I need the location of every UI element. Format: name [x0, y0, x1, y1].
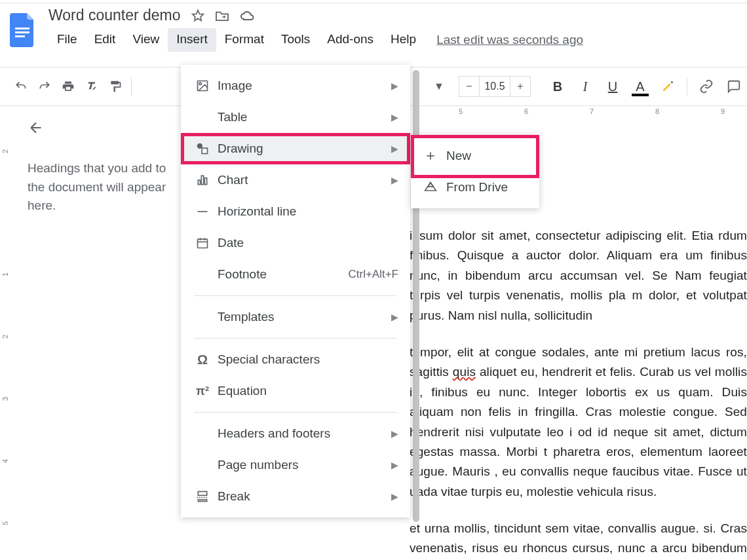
bold-button[interactable]: B	[545, 75, 570, 98]
submenu-item-new[interactable]: New	[411, 140, 539, 172]
svg-marker-3	[192, 10, 203, 20]
menu-edit[interactable]: Edit	[86, 28, 125, 52]
font-size-increase[interactable]: +	[510, 77, 530, 96]
omega-icon: Ω	[193, 352, 212, 367]
menu-item-image[interactable]: Image ▶	[181, 70, 410, 102]
text-color-button[interactable]: A	[628, 75, 653, 98]
spell-error[interactable]: quis	[453, 365, 476, 379]
submenu-arrow-icon: ▶	[391, 175, 398, 185]
outline-hint: Headings that you add to the document wi…	[28, 159, 182, 215]
date-icon	[193, 236, 212, 250]
menu-view[interactable]: View	[124, 28, 168, 52]
menu-label: Footnote	[218, 267, 267, 282]
menu-insert[interactable]: Insert	[168, 28, 216, 52]
paragraph[interactable]: ipsum dolor sit amet, consectetur adipis…	[410, 226, 747, 326]
menu-label: Drawing	[218, 141, 263, 156]
paragraph[interactable]: tempor, elit at congue sodales, ante mi …	[410, 343, 747, 502]
menu-label: Page numbers	[218, 458, 299, 472]
font-dropdown-caret[interactable]: ▼	[432, 81, 446, 92]
redo-button[interactable]	[33, 75, 56, 98]
cloud-icon[interactable]	[240, 10, 256, 22]
menu-item-page-numbers[interactable]: Page numbers ▶	[181, 449, 410, 481]
submenu-arrow-icon: ▶	[391, 81, 398, 91]
svg-rect-0	[15, 28, 29, 29]
break-icon	[193, 490, 212, 503]
menu-item-hr[interactable]: Horizontal line	[181, 196, 410, 227]
menu-addons[interactable]: Add-ons	[318, 28, 382, 52]
last-edit-link[interactable]: Last edit was seconds ago	[436, 33, 583, 47]
svg-rect-2	[15, 35, 25, 37]
menu-label: Templates	[218, 310, 275, 324]
menu-item-templates[interactable]: Templates ▶	[181, 301, 410, 333]
menu-item-headers-footers[interactable]: Headers and footers ▶	[181, 418, 410, 449]
italic-button[interactable]: I	[573, 75, 598, 98]
menu-item-footnote[interactable]: Footnote Ctrl+Alt+F	[181, 259, 410, 290]
submenu-arrow-icon: ▶	[391, 491, 398, 502]
chart-icon	[193, 174, 212, 187]
insert-dropdown: Image ▶ Table ▶ Drawing ▶ Chart ▶ Horizo…	[181, 65, 410, 517]
submenu-label: New	[446, 149, 471, 163]
svg-rect-10	[204, 178, 206, 185]
drawing-submenu: New From Drive	[411, 135, 539, 208]
svg-rect-16	[198, 492, 206, 496]
toolbar-separator	[131, 77, 132, 96]
svg-rect-7	[202, 148, 207, 153]
menu-divider	[194, 295, 397, 296]
print-button[interactable]	[56, 75, 80, 98]
move-icon[interactable]	[215, 10, 229, 22]
menu-label: Date	[218, 236, 244, 250]
menu-label: Horizontal line	[218, 204, 296, 219]
submenu-arrow-icon: ▶	[391, 143, 398, 154]
paragraph[interactable]: et urna mollis, tincidunt sem vitae, con…	[410, 519, 747, 560]
title-row: Word counter demo	[48, 7, 583, 24]
submenu-arrow-icon: ▶	[391, 460, 398, 470]
submenu-arrow-icon: ▶	[391, 112, 398, 122]
top-border	[0, 3, 747, 3]
menu-label: Chart	[218, 173, 248, 187]
doc-title[interactable]: Word counter demo	[48, 7, 181, 24]
svg-rect-9	[201, 176, 203, 184]
menu-item-special-chars[interactable]: Ω Special characters	[181, 344, 410, 375]
menu-item-table[interactable]: Table ▶	[181, 102, 410, 133]
header: Word counter demo File Edit View Insert …	[0, 0, 747, 52]
underline-button[interactable]: U	[600, 75, 625, 98]
submenu-item-from-drive[interactable]: From Drive	[411, 172, 539, 203]
font-size-decrease[interactable]: −	[459, 77, 479, 96]
menu-file[interactable]: File	[48, 28, 86, 52]
menu-label: Table	[218, 110, 247, 124]
menu-label: Break	[218, 489, 250, 504]
paint-format-button[interactable]	[104, 75, 127, 98]
menu-divider	[194, 338, 397, 339]
menu-divider	[194, 412, 397, 413]
menu-item-drawing[interactable]: Drawing ▶	[181, 133, 410, 164]
svg-rect-18	[198, 500, 206, 502]
vertical-ruler: 2 1 2 3 4 5 6	[0, 106, 12, 560]
link-button[interactable]	[694, 75, 719, 98]
menu-format[interactable]: Format	[216, 28, 273, 52]
menu-item-chart[interactable]: Chart ▶	[181, 164, 410, 196]
menu-item-equation[interactable]: π² Equation	[181, 375, 410, 407]
submenu-arrow-icon: ▶	[391, 312, 398, 322]
star-icon[interactable]	[191, 9, 204, 22]
docs-logo[interactable]	[7, 10, 39, 50]
submenu-label: From Drive	[446, 180, 508, 195]
outline-collapse-button[interactable]	[28, 119, 182, 140]
pi-icon: π²	[193, 384, 212, 398]
comment-button[interactable]	[721, 75, 746, 98]
menubar: File Edit View Insert Format Tools Add-o…	[48, 28, 583, 52]
svg-rect-8	[198, 180, 200, 185]
menu-item-date[interactable]: Date	[181, 227, 410, 259]
menu-label: Headers and footers	[218, 426, 330, 441]
menu-help[interactable]: Help	[382, 28, 425, 52]
menu-item-break[interactable]: Break ▶	[181, 481, 410, 512]
document-body[interactable]: ipsum dolor sit amet, consectetur adipis…	[410, 226, 747, 560]
title-area: Word counter demo File Edit View Insert …	[48, 7, 583, 52]
menu-label: Equation	[218, 384, 267, 398]
clear-format-button[interactable]	[80, 75, 104, 98]
highlight-button[interactable]	[655, 75, 680, 98]
outline-panel: Headings that you add to the document wi…	[12, 106, 182, 560]
menu-tools[interactable]: Tools	[273, 28, 318, 52]
undo-button[interactable]	[9, 75, 33, 98]
font-size-value[interactable]: 10.5	[479, 77, 510, 96]
toolbar-right: ▼ − 10.5 + B I U A	[432, 75, 746, 98]
